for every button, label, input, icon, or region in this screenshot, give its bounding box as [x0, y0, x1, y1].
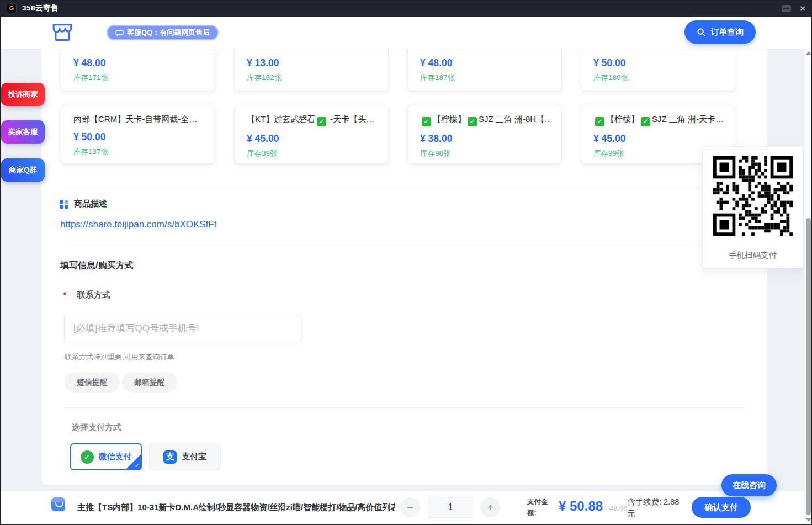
product-stock: 库存182张 [247, 73, 377, 83]
qq-service-badge[interactable]: 客服QQ：有问题网页售后 [107, 25, 219, 40]
qq-badge-label: 客服QQ：有问题网页售后 [127, 28, 210, 38]
description-section-heading: 商品描述 [60, 199, 107, 209]
amount-label: 支付金额: [527, 496, 556, 518]
description-link[interactable]: https://share.feijipan.com/s/bXOKSfFt [60, 219, 216, 230]
alipay-icon: 支 [163, 450, 177, 464]
alipay-label: 支付宝 [182, 452, 206, 462]
divider [63, 187, 745, 187]
product-stock: 库存171张 [73, 73, 204, 83]
description-heading-label: 商品描述 [74, 199, 107, 209]
product-price: ¥ 13.00 [247, 57, 377, 69]
checkout-bar: 主推【TS内部】10-31新卡D.M.A绘制/秒显容器物资/丝滑zi喵/智能楼打… [0, 490, 804, 524]
payment-section-heading: 选择支付方式 [72, 422, 121, 433]
amount-value: ¥ 50.88 [559, 499, 603, 514]
contact-label-row: * 联系方式 [63, 290, 110, 300]
grid-icon [60, 200, 68, 209]
quantity-minus-button[interactable]: − [400, 497, 420, 517]
check-icon: ✓ [468, 117, 477, 126]
product-stock: 库存98张 [420, 149, 550, 158]
product-title: 【KT】过玄武磐石✓ -天卡【头… [247, 114, 377, 126]
check-icon: ✓ [641, 117, 650, 126]
product-price: ¥ 45.00 [247, 133, 377, 145]
product-price: ¥ 48.00 [420, 57, 550, 69]
quantity-input[interactable] [428, 497, 473, 518]
selected-check-icon: ✓ [135, 462, 140, 469]
store-logo-icon [50, 20, 75, 45]
order-query-button[interactable]: 订单查询 [684, 20, 756, 44]
window-title: 358云寄售 [22, 3, 59, 13]
product-price: ¥ 48.00 [73, 57, 204, 69]
minimize-button[interactable] [782, 5, 791, 12]
check-icon: ✓ [595, 117, 604, 126]
product-stock: 库存180张 [593, 73, 724, 83]
product-price: ¥ 50.00 [593, 57, 724, 69]
product-stock: 库存137张 [73, 147, 204, 157]
required-asterisk: * [63, 290, 66, 299]
qr-caption: 手机扫码支付 [703, 250, 803, 261]
email-remind-button[interactable]: 邮箱提醒 [122, 372, 177, 393]
seller-service-button[interactable]: 卖家客服 [1, 120, 45, 144]
alipay-option[interactable]: 支 支付宝 [149, 443, 221, 470]
contact-label: 联系方式 [77, 290, 110, 299]
complain-merchant-button[interactable]: 投诉商家 [1, 83, 45, 106]
product-card[interactable]: ¥ 48.00库存187张 [407, 49, 562, 91]
shopping-bag-icon [51, 497, 65, 511]
search-icon [697, 28, 706, 37]
window-titlebar: G 358云寄售 × [0, 0, 812, 17]
original-price: 48.00 [609, 504, 628, 512]
confirm-pay-button[interactable]: 确认支付 [692, 497, 751, 518]
check-icon: ✓ [422, 117, 431, 126]
fee-note: 含手续费: 2.88元 [627, 496, 687, 519]
scroll-down-arrow-icon[interactable] [806, 518, 811, 522]
sms-remind-button[interactable]: 短信提醒 [65, 372, 120, 393]
check-icon: ✓ [317, 117, 326, 126]
divider [63, 407, 745, 408]
product-card[interactable]: 【KT】过玄武磐石✓ -天卡【头…¥ 45.00库存39张 [234, 105, 389, 164]
main-content-panel: ¥ 48.00库存171张¥ 13.00库存182张¥ 48.00库存187张¥… [41, 49, 767, 485]
product-card[interactable]: ¥ 48.00库存171张 [61, 49, 215, 91]
qr-payment-panel: 手机扫码支付 [702, 146, 803, 268]
online-chat-button[interactable]: 在线咨询 [721, 474, 777, 496]
wechat-icon: ✓ [81, 450, 94, 464]
contact-input[interactable] [64, 315, 301, 342]
window-controls: × [782, 4, 812, 13]
contact-note: 联系方式特别重要,可用来查询订单 [65, 352, 174, 362]
product-card[interactable]: ¥ 50.00库存180张 [581, 49, 735, 91]
divider [63, 245, 745, 245]
chat-bubble-icon [115, 29, 124, 37]
product-price: ¥ 38.00 [420, 133, 550, 145]
product-card[interactable]: ✓【柠檬】✓SJZ 三角 洲-8H【…¥ 38.00库存98张 [407, 105, 562, 164]
scrollbar-thumb[interactable] [806, 218, 811, 515]
page-header: 客服QQ：有问题网页售后 订单查询 [0, 17, 812, 49]
checkout-product-title: 主推【TS内部】10-31新卡D.M.A绘制/秒显容器物资/丝滑zi喵/智能楼打… [77, 491, 395, 524]
scroll-up-arrow-icon[interactable] [806, 51, 811, 55]
vertical-scrollbar[interactable] [804, 49, 812, 525]
product-title: 内部【CRM】天卡-自带网截-全… [73, 114, 204, 125]
merchant-qgroup-button[interactable]: 商家Q群 [1, 158, 45, 182]
quantity-plus-button[interactable]: + [480, 497, 500, 517]
form-section-heading: 填写信息/购买方式 [60, 260, 133, 272]
order-query-label: 订单查询 [710, 27, 744, 38]
wechat-pay-option[interactable]: ✓ 微信支付 ✓ [70, 443, 142, 470]
product-title: ✓【柠檬】✓SJZ 三角 洲-天卡… [593, 114, 724, 126]
app-icon: G [7, 3, 17, 13]
product-stock: 库存187张 [420, 73, 550, 83]
product-title: ✓【柠檬】✓SJZ 三角 洲-8H【… [420, 114, 550, 126]
product-stock: 库存39张 [247, 149, 377, 158]
close-button[interactable]: × [800, 4, 805, 13]
qr-code [713, 156, 793, 236]
product-price: ¥ 45.00 [593, 133, 724, 145]
product-price: ¥ 50.00 [73, 131, 204, 143]
product-card[interactable]: 内部【CRM】天卡-自带网截-全…¥ 50.00库存137张 [61, 105, 215, 164]
product-card[interactable]: ¥ 13.00库存182张 [234, 49, 389, 91]
